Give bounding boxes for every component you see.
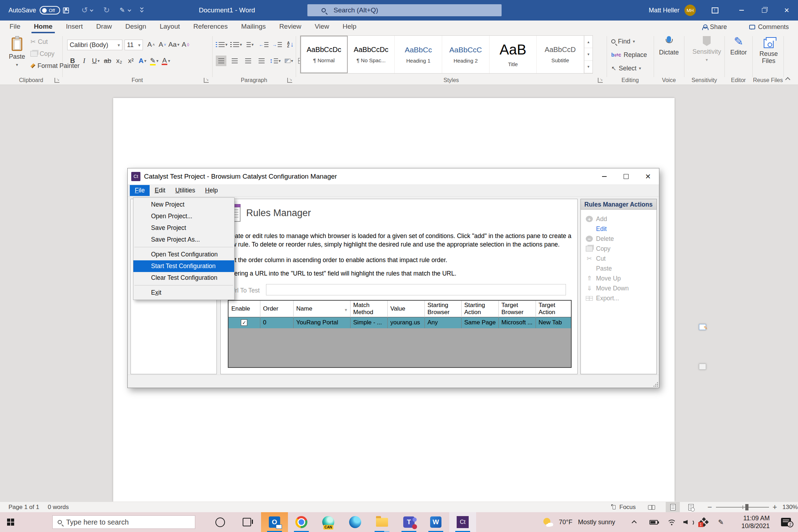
minimize-button[interactable] xyxy=(730,0,753,21)
highlight-button[interactable]: ✎▾ xyxy=(149,56,160,66)
tab-draw[interactable]: Draw xyxy=(89,21,118,33)
underline-button[interactable]: U▾ xyxy=(91,56,101,66)
read-mode-button[interactable] xyxy=(648,502,655,513)
grow-font-button[interactable]: A˄ xyxy=(146,39,156,50)
redo-button[interactable]: ↻ xyxy=(103,0,110,21)
taskbar-edge-canary-button[interactable]: CAN xyxy=(315,512,342,532)
align-left-button[interactable] xyxy=(216,56,226,66)
shrink-font-button[interactable]: A˅ xyxy=(157,39,168,50)
cortana-button[interactable] xyxy=(209,512,231,532)
taskbar-file-explorer-button[interactable] xyxy=(369,512,395,532)
dictate-button[interactable]: Dictate xyxy=(656,36,682,76)
col-starting-action[interactable]: Starting Action xyxy=(461,301,498,317)
find-button[interactable]: Find▾ xyxy=(611,36,635,47)
line-spacing-button[interactable]: ↕▾ xyxy=(270,56,281,66)
autosave-toggle[interactable]: Off xyxy=(40,0,60,21)
url-to-test-input[interactable] xyxy=(266,284,566,295)
touch-mode-button[interactable]: ✎ xyxy=(120,0,130,21)
customize-qat-button[interactable] xyxy=(140,0,143,21)
web-layout-button[interactable] xyxy=(688,502,694,513)
focus-button[interactable]: Focus xyxy=(611,502,636,513)
weather-condition-label[interactable]: Mostly sunny xyxy=(578,512,615,532)
tab-help[interactable]: Help xyxy=(336,21,363,33)
font-color-button[interactable]: A▾ xyxy=(161,56,171,66)
col-target-browser[interactable]: Target Browser xyxy=(498,301,536,317)
bold-button[interactable]: B xyxy=(67,56,78,66)
menu-item-save-project[interactable]: Save Project xyxy=(133,222,234,234)
styles-dialog-launcher[interactable]: ↘ xyxy=(598,78,603,83)
font-dialog-launcher[interactable]: ↘ xyxy=(204,78,209,83)
font-size-select[interactable]: 11▾ xyxy=(125,40,143,50)
menu-item-exit[interactable]: Exit xyxy=(133,287,234,299)
shading-button[interactable]: ▾ xyxy=(284,56,294,66)
action-move-down[interactable]: ⇓Move Down xyxy=(581,283,657,293)
task-view-button[interactable] xyxy=(236,512,258,532)
decrease-indent-button[interactable]: ← xyxy=(258,39,269,50)
align-center-button[interactable] xyxy=(229,56,240,66)
col-match-method[interactable]: Match Method xyxy=(350,301,387,317)
share-button[interactable]: Share xyxy=(702,21,727,33)
tab-mailings[interactable]: Mailings xyxy=(235,21,273,33)
action-export[interactable]: Export... xyxy=(581,293,657,303)
menu-edit[interactable]: Edit xyxy=(150,185,170,196)
dialog-maximize-button[interactable] xyxy=(615,168,637,184)
dialog-close-button[interactable]: ✕ xyxy=(637,168,659,184)
avatar[interactable]: MH xyxy=(684,0,696,21)
style-title[interactable]: AaB Title xyxy=(490,36,537,73)
action-edit[interactable]: ✎Edit xyxy=(581,224,657,234)
sensitivity-button[interactable]: Sensitivity ▾ xyxy=(692,36,722,76)
justify-button[interactable] xyxy=(256,56,267,66)
style-no-spacing[interactable]: AaBbCcDc ¶ No Spac... xyxy=(348,36,395,73)
taskbar-edge-button[interactable] xyxy=(342,512,369,532)
notification-app-button[interactable]: 1 xyxy=(700,512,708,532)
menu-item-open-test-configuration[interactable]: Open Test Configuration xyxy=(133,249,234,260)
action-add[interactable]: +Add xyxy=(581,214,657,224)
styles-gallery-expand[interactable]: ▾ xyxy=(584,61,592,73)
menu-item-clear-test-configuration[interactable]: Clear Test Configuration xyxy=(133,272,234,284)
tray-overflow-button[interactable] xyxy=(633,512,637,532)
taskbar-teams-button[interactable]: T xyxy=(395,512,422,532)
paragraph-dialog-launcher[interactable]: ↘ xyxy=(287,78,292,83)
col-starting-browser[interactable]: Starting Browser xyxy=(424,301,461,317)
taskbar-catalyst-button[interactable]: Ct xyxy=(449,512,476,532)
action-delete[interactable]: −Delete xyxy=(581,234,657,244)
menu-utilities[interactable]: Utilities xyxy=(170,185,200,196)
notification-center-button[interactable]: 2 xyxy=(781,512,791,532)
clock[interactable]: 11:09 AM 10/8/2021 xyxy=(736,512,770,532)
col-value[interactable]: Value xyxy=(387,301,424,317)
start-button[interactable] xyxy=(0,512,21,532)
word-count[interactable]: 0 words xyxy=(48,502,69,513)
text-effects-button[interactable]: A▾ xyxy=(137,56,148,66)
dialog-minimize-button[interactable] xyxy=(593,168,615,184)
styles-scroll-up[interactable]: ▴ xyxy=(584,36,592,48)
taskbar-word-button[interactable]: W xyxy=(422,512,449,532)
style-heading-2[interactable]: AaBbCcC Heading 2 xyxy=(442,36,490,73)
style-heading-1[interactable]: AaBbCc Heading 1 xyxy=(395,36,442,73)
tab-design[interactable]: Design xyxy=(118,21,153,33)
bullets-button[interactable]: ▾ xyxy=(216,39,227,50)
taskbar-search-input[interactable]: Type here to search xyxy=(52,515,195,529)
zoom-in-button[interactable]: + xyxy=(773,502,777,513)
multilevel-list-button[interactable]: ▾ xyxy=(245,39,255,50)
menu-item-new-project[interactable]: New Project xyxy=(133,199,234,210)
zoom-slider-thumb[interactable] xyxy=(745,504,748,510)
style-subtitle[interactable]: AaBbCcD Subtitle xyxy=(537,36,584,73)
comments-button[interactable]: Comments xyxy=(749,21,789,33)
zoom-slider[interactable] xyxy=(716,502,769,513)
tab-references[interactable]: References xyxy=(187,21,235,33)
action-copy[interactable]: Copy xyxy=(581,244,657,254)
save-button[interactable] xyxy=(63,0,69,21)
change-case-button[interactable]: Aa▾ xyxy=(168,39,179,50)
page-count[interactable]: Page 1 of 1 xyxy=(8,502,39,513)
table-row[interactable]: ✓ 0 YouRang Portal Simple - ... yourang.… xyxy=(229,317,571,328)
temperature-label[interactable]: 70°F xyxy=(559,512,572,532)
paste-button[interactable]: Paste ▾ xyxy=(4,36,30,76)
tab-file[interactable]: File xyxy=(3,21,27,33)
select-button[interactable]: ↖Select▾ xyxy=(611,63,641,74)
taskbar-outlook-button[interactable]: O xyxy=(261,512,288,532)
resize-grip[interactable] xyxy=(653,382,658,387)
col-name[interactable]: Name▼ xyxy=(293,301,350,317)
numbering-button[interactable]: ▾ xyxy=(230,39,242,50)
editor-button[interactable]: ✎ Editor xyxy=(726,36,751,76)
zoom-level[interactable]: 130% xyxy=(782,502,798,513)
